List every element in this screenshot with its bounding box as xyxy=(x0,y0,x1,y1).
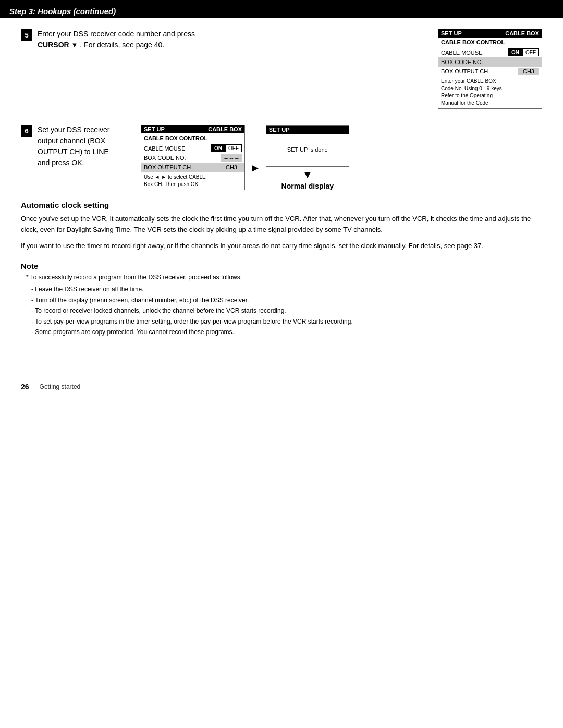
footer: 26 Getting started xyxy=(0,379,563,394)
ui-box-5-header: SET UP CABLE BOX xyxy=(438,29,542,38)
note-item: Some programs are copy protected. You ca… xyxy=(31,327,542,337)
page-label: Getting started xyxy=(40,383,81,390)
automatic-clock-title: Automatic clock setting xyxy=(21,201,542,209)
note-title: Note xyxy=(21,262,542,270)
step-6-badge: 6 xyxy=(21,125,32,137)
step-5-badge: 5 xyxy=(21,29,32,41)
off-button-5: OFF xyxy=(522,48,539,56)
automatic-clock-para1: Once you've set up the VCR, it automatic… xyxy=(21,214,542,236)
normal-display-label: Normal display xyxy=(282,182,334,190)
section-header: Step 3: Hookups (continued) xyxy=(0,4,563,18)
note-asterisk: * To successfully record a program from … xyxy=(26,274,542,281)
step-5-ui-box: SET UP CABLE BOX CABLE BOX CONTROL CABLE… xyxy=(438,29,542,109)
setup-done-header: SET UP xyxy=(266,126,349,134)
ui-box-5-text: Enter your CABLE BOX Code No. Using 0 - … xyxy=(438,76,542,108)
on-off-toggle-6: ON OFF xyxy=(211,144,242,152)
automatic-clock-para2: If you want to use the timer to record r… xyxy=(21,241,542,252)
ui-row-box-output-5: BOX OUTPUT CH CH3 xyxy=(438,67,542,76)
ui-box-6-text: Use ◄ ► to select CABLE Box CH. Then pus… xyxy=(141,172,244,190)
ui-box-5-subheader: CABLE BOX CONTROL xyxy=(438,38,542,47)
cursor-label: CURSOR xyxy=(38,41,69,49)
done-area: SET UP SET UP is done ▼ Normal display xyxy=(266,125,349,190)
note-section: Note * To successfully record a program … xyxy=(21,262,542,337)
ui-row-box-output-6: BOX OUTPUT CH CH3 xyxy=(141,163,244,172)
note-item: To set pay-per-view programs in the time… xyxy=(31,316,542,327)
step-6-ui-box: SET UP CABLE BOX CABLE BOX CONTROL CABLE… xyxy=(141,125,245,190)
ui-box-6-header: SET UP CABLE BOX xyxy=(141,125,244,133)
step-6-text: 6 Set your DSS receiver output channel (… xyxy=(21,125,130,168)
setup-done-box: SET UP SET UP is done xyxy=(266,125,349,167)
ui-box-6-subheader: CABLE BOX CONTROL xyxy=(141,133,244,143)
arrow-down-icon: ▼ xyxy=(302,169,313,181)
cursor-down-arrow: ▼ xyxy=(71,41,78,49)
on-off-toggle-5: ON OFF xyxy=(508,48,539,56)
arrow-right-icon: ► xyxy=(250,162,261,174)
ui-row-box-code-6: BOX CODE NO. -- -- -- xyxy=(141,153,244,163)
top-decorative-bar xyxy=(0,0,563,4)
on-button-6: ON xyxy=(211,144,225,152)
on-button-5: ON xyxy=(508,48,522,56)
note-item: To record or receiver locked channels, u… xyxy=(31,305,542,316)
ui-row-cable-mouse-6: CABLE MOUSE ON OFF xyxy=(141,143,244,153)
setup-done-body: SET UP is done xyxy=(266,134,349,165)
step-5-block: 5 Enter your DSS receiver code number an… xyxy=(21,29,542,109)
off-button-6: OFF xyxy=(225,144,242,152)
ui-row-cable-mouse-5: CABLE MOUSE ON OFF xyxy=(438,47,542,57)
note-item: Turn off the display (menu screen, chann… xyxy=(31,295,542,305)
step-6-block: 6 Set your DSS receiver output channel (… xyxy=(21,125,542,190)
ui-row-box-code-5: BOX CODE NO. -- -- -- xyxy=(438,57,542,67)
step-5-text: 5 Enter your DSS receiver code number an… xyxy=(21,29,427,54)
note-item: Leave the DSS receiver on all the time. xyxy=(31,284,542,294)
note-list: Leave the DSS receiver on all the time. … xyxy=(21,284,542,337)
step-6-boxes: SET UP CABLE BOX CABLE BOX CONTROL CABLE… xyxy=(141,125,349,190)
automatic-clock-section: Automatic clock setting Once you've set … xyxy=(21,201,542,251)
page-number: 26 xyxy=(21,382,29,391)
